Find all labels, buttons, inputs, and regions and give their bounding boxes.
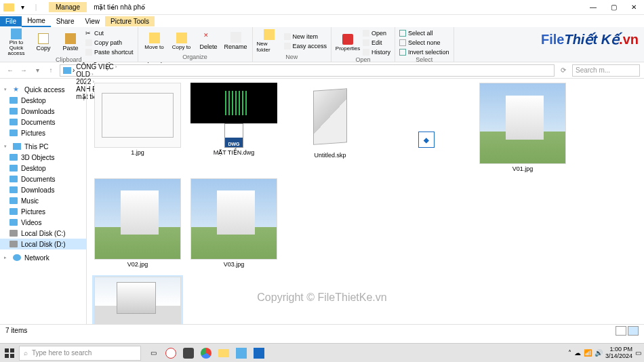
- file-item[interactable]: c5248066128193_dff6701f473e231b53f5a2983…: [92, 275, 183, 324]
- recent-locations-button[interactable]: ▾: [31, 64, 43, 77]
- refresh-button[interactable]: ⟳: [557, 64, 569, 77]
- up-button[interactable]: ↑: [45, 64, 57, 77]
- sidebar-item[interactable]: Downloads: [0, 184, 86, 195]
- edit-button[interactable]: Edit: [363, 38, 390, 47]
- forward-button[interactable]: →: [18, 64, 30, 77]
- sidebar-item[interactable]: Desktop: [0, 95, 86, 106]
- properties-icon: [342, 34, 353, 45]
- start-button[interactable]: [0, 344, 19, 363]
- back-button[interactable]: ←: [4, 64, 16, 77]
- taskbar-explorer[interactable]: [216, 345, 232, 361]
- properties-button[interactable]: Properties: [336, 28, 360, 56]
- sidebar-item[interactable]: Local Disk (C:): [0, 228, 86, 239]
- qat-down-icon[interactable]: ▾: [16, 1, 28, 14]
- taskbar-clock[interactable]: 1:00 PM 3/14/2024: [605, 346, 632, 360]
- sidebar-quick-access[interactable]: ▾★Quick access: [0, 84, 86, 95]
- chevron-icon: ›: [92, 71, 94, 77]
- sidebar-this-pc[interactable]: ▾This PC: [0, 141, 86, 152]
- tab-share[interactable]: Share: [51, 16, 80, 26]
- file-item[interactable]: V03.jpg: [188, 177, 279, 270]
- copypath-icon: [85, 39, 92, 46]
- sidebar-item[interactable]: 3D Objects: [0, 152, 86, 163]
- open-button[interactable]: Open: [363, 28, 390, 37]
- easy-access-button[interactable]: Easy access: [284, 41, 327, 50]
- large-icons-view-icon[interactable]: [628, 326, 639, 336]
- tray-cloud-icon[interactable]: ☁: [574, 349, 581, 357]
- close-button[interactable]: ✕: [624, 0, 644, 15]
- sidebar-item[interactable]: Pictures: [0, 127, 86, 138]
- sidebar-item[interactable]: Videos: [0, 217, 86, 228]
- notifications-icon[interactable]: ▭: [635, 349, 641, 357]
- tab-file[interactable]: File: [0, 16, 22, 26]
- sidebar-item[interactable]: Pictures: [0, 206, 86, 217]
- main-area: ▾★Quick access DesktopDownloadsDocuments…: [0, 79, 644, 324]
- paste-button[interactable]: Paste: [58, 28, 83, 56]
- tray-wifi-icon[interactable]: 📶: [584, 349, 592, 357]
- taskbar-app-5[interactable]: [233, 345, 249, 361]
- tab-view[interactable]: View: [80, 16, 106, 26]
- view-toggles[interactable]: [616, 326, 639, 336]
- copy-to-button[interactable]: Copy to: [169, 28, 194, 54]
- search-input[interactable]: Search m...: [572, 64, 640, 77]
- file-item[interactable]: DWGMẶT TIỀN.dwg: [188, 81, 279, 174]
- pin-icon: [11, 28, 22, 39]
- copyto-icon: [176, 33, 187, 43]
- sidebar-item[interactable]: Downloads: [0, 106, 86, 117]
- sidebar-item[interactable]: Desktop: [0, 163, 86, 174]
- paste-shortcut-button[interactable]: Paste shortcut: [85, 47, 134, 56]
- history-button[interactable]: History: [363, 47, 390, 56]
- taskbar-app-1[interactable]: [163, 345, 179, 361]
- copy-button[interactable]: Copy: [31, 28, 56, 56]
- new-folder-button[interactable]: New folder: [257, 28, 281, 54]
- paste-icon: [65, 33, 76, 44]
- file-item[interactable]: V01.jpg: [477, 81, 568, 174]
- pin-quick-access-button[interactable]: Pin to Quick access: [4, 28, 28, 56]
- sidebar-item[interactable]: Documents: [0, 174, 86, 184]
- new-item-button[interactable]: New item: [284, 32, 327, 41]
- sidebar-item[interactable]: Local Disk (D:): [0, 239, 86, 249]
- ribbon-group-clipboard: Pin to Quick access Copy Paste ✂Cut Copy…: [0, 27, 138, 62]
- move-to-button[interactable]: Move to: [142, 28, 167, 54]
- maximize-button[interactable]: ▢: [603, 0, 624, 15]
- copy-icon: [38, 33, 49, 44]
- file-item[interactable]: 1.jpg: [92, 81, 183, 174]
- delete-button[interactable]: ✕Delete: [197, 28, 221, 54]
- taskbar-sketchup[interactable]: [251, 345, 267, 361]
- select-none-button[interactable]: Select none: [399, 38, 449, 47]
- item-count: 7 items: [5, 327, 27, 334]
- file-item[interactable]: Untitled.skp: [285, 81, 376, 174]
- copy-path-button[interactable]: Copy path: [85, 38, 134, 47]
- breadcrumb-item[interactable]: OLD ›: [76, 71, 197, 78]
- tab-home[interactable]: Home: [22, 16, 51, 27]
- context-tab-manage[interactable]: Manage: [49, 2, 87, 12]
- taskbar-chrome[interactable]: [198, 345, 214, 361]
- quick-access-toolbar: ▾ |: [0, 1, 42, 14]
- breadcrumb-item[interactable]: CÔNG VIỆC ›: [76, 63, 197, 71]
- chevron-icon[interactable]: ›: [73, 66, 75, 74]
- breadcrumb[interactable]: › This PC › Local Disk (D:) › ổ cứng máy…: [60, 64, 555, 77]
- invertselection-icon: [399, 49, 406, 56]
- file-item[interactable]: ◆: [381, 81, 472, 174]
- tab-picture-tools[interactable]: Picture Tools: [105, 16, 155, 26]
- windows-icon: [5, 348, 14, 358]
- sidebar-item[interactable]: Music: [0, 195, 86, 206]
- file-item[interactable]: V02.jpg: [92, 177, 183, 270]
- selectnone-icon: [399, 39, 406, 46]
- select-all-button[interactable]: Select all: [399, 28, 449, 37]
- sidebar-item[interactable]: Documents: [0, 117, 86, 127]
- tray-chevron-icon[interactable]: ˄: [568, 349, 571, 357]
- task-view-button[interactable]: ▭: [145, 345, 161, 361]
- taskbar-search[interactable]: ⌕ Type here to search: [19, 346, 141, 361]
- navigation-pane[interactable]: ▾★Quick access DesktopDownloadsDocuments…: [0, 79, 87, 324]
- pc-icon: [63, 67, 71, 74]
- ribbon-group-select: Select all Select none Invert selection …: [395, 27, 454, 62]
- taskbar-app-2[interactable]: [180, 345, 197, 361]
- cut-button[interactable]: ✂Cut: [85, 28, 134, 37]
- sidebar-network[interactable]: ▸Network: [0, 252, 86, 263]
- tray-volume-icon[interactable]: 🔊: [595, 349, 603, 357]
- rename-button[interactable]: Rename: [224, 28, 248, 54]
- details-view-icon[interactable]: [616, 326, 626, 336]
- invert-selection-button[interactable]: Invert selection: [399, 47, 449, 56]
- file-list[interactable]: 1.jpgDWGMẶT TIỀN.dwgUntitled.skp◆V01.jpg…: [87, 79, 644, 324]
- minimize-button[interactable]: —: [583, 0, 603, 15]
